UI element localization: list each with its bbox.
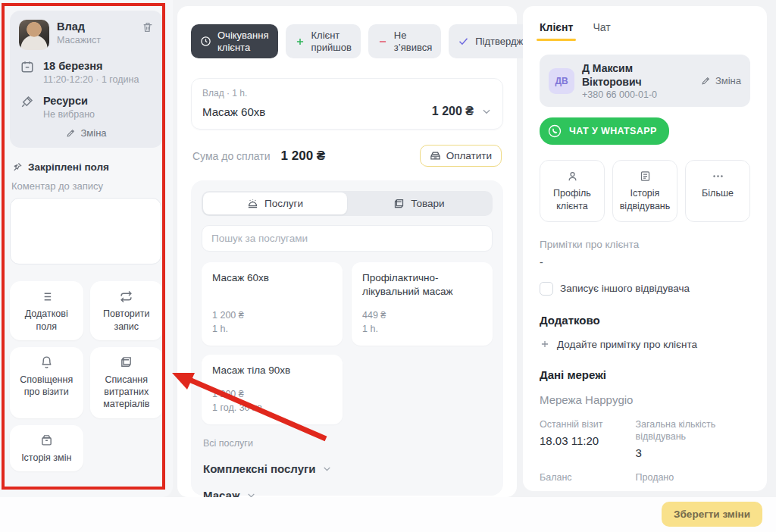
list-icon — [40, 289, 53, 303]
service-bell-icon — [247, 198, 258, 209]
tab-services[interactable]: Послуги — [203, 192, 347, 214]
pin-icon — [11, 161, 23, 173]
book-other-visitor-row[interactable]: Записує іншого відвідувача — [540, 282, 750, 296]
client-panel: Клієнт Чат ДВ Д Максим Вікторович +380 6… — [523, 6, 767, 491]
whatsapp-icon — [547, 124, 562, 139]
minus-icon — [377, 36, 388, 47]
service-price: 1 200 ₴ — [212, 387, 332, 401]
stat-total-visits: Загальна кількість відвідувань 3 — [636, 418, 750, 460]
client-phone: +380 66 000-01-0 — [582, 89, 693, 100]
service-search-input[interactable] — [202, 225, 493, 252]
status-row: Очікування клієнта Клієнт прийшов Не з’я… — [191, 24, 503, 58]
network-section-title: Дані мережі — [540, 368, 750, 381]
chevron-down-icon — [481, 106, 492, 117]
category-complex-services[interactable]: Комплексні послуги — [203, 462, 491, 475]
service-price: 449 ₴ — [362, 308, 482, 322]
selected-service-price: 1 200 ₴ — [432, 105, 474, 118]
check-icon — [458, 36, 469, 47]
service-card[interactable]: Масаж тіла 90хв 1 200 ₴ 1 год. 30 хв. — [202, 355, 343, 424]
edit-appointment-button[interactable]: Зміна — [19, 124, 154, 140]
service-duration: 1 h. — [362, 322, 482, 336]
sum-label: Сума до сплати — [192, 150, 271, 162]
plus-icon — [295, 36, 305, 47]
sum-value: 1 200 ₴ — [281, 149, 326, 164]
tab-goods[interactable]: Товари — [347, 192, 491, 214]
footer-bar: Зберегти зміни — [0, 497, 776, 532]
calendar-icon — [19, 59, 36, 74]
master-card: Влад Масажист 18 березня 11:20-12:20 · 1… — [10, 11, 163, 148]
appointment-date: 18 березня — [43, 59, 139, 73]
person-icon — [567, 170, 578, 182]
visit-history-button[interactable]: Історія відвідувань — [612, 160, 677, 222]
more-button[interactable]: Більше — [685, 160, 750, 222]
client-profile-button[interactable]: Профіль клієнта — [540, 160, 605, 222]
wallet-icon — [430, 150, 441, 161]
pencil-icon — [701, 76, 711, 86]
change-history-button[interactable]: Історія змін — [10, 425, 83, 471]
stat-balance: Баланс 0 — [540, 471, 628, 491]
change-client-button[interactable]: Зміна — [701, 75, 741, 86]
service-duration: 1 h. — [212, 322, 332, 336]
comment-label: Коментар до запису — [11, 180, 161, 192]
status-arrived-button[interactable]: Клієнт прийшов — [286, 24, 361, 58]
visit-notifications-button[interactable]: Сповіщення про візити — [10, 347, 83, 418]
cube-icon — [393, 198, 405, 209]
appointment-time: 11:20-12:20 · 1 година — [43, 74, 139, 85]
stat-sold: Продано 0 — [636, 471, 750, 491]
chevron-down-icon — [322, 464, 332, 474]
network-name: Мережа Happygio — [540, 393, 750, 406]
all-services-label: Всі послуги — [203, 438, 491, 449]
package-icon — [120, 355, 133, 369]
stat-last-visit: Останній візит 18.03 11:20 — [540, 418, 628, 460]
pay-button[interactable]: Оплатити — [420, 145, 502, 167]
checkbox[interactable] — [540, 282, 553, 296]
repeat-icon — [120, 289, 133, 303]
resources-label: Ресурси — [43, 94, 95, 108]
tab-client[interactable]: Клієнт — [540, 21, 573, 41]
pencil-icon — [66, 128, 76, 138]
ellipsis-icon — [712, 170, 724, 182]
master-avatar — [19, 20, 49, 50]
whatsapp-chat-button[interactable]: ЧАТ У WHATSAPP — [540, 117, 669, 145]
service-duration: 1 год. 30 хв. — [212, 401, 332, 415]
status-noshow-button[interactable]: Не з’явився — [368, 24, 441, 58]
booking-main-panel: Очікування клієнта Клієнт прийшов Не з’я… — [177, 6, 517, 497]
save-changes-button[interactable]: Зберегти зміни — [662, 502, 762, 527]
writeoff-materials-button[interactable]: Списання витратних матеріалів — [90, 347, 164, 418]
selected-service-master: Влад · 1 h. — [202, 88, 492, 99]
pinned-fields-header: Закріплені поля — [11, 161, 161, 173]
repeat-record-button[interactable]: Повторити запис — [90, 281, 164, 340]
catalog-tabs: Послуги Товари — [202, 191, 493, 216]
hammer-icon — [19, 94, 36, 108]
service-card[interactable]: Масаж 60хв 1 200 ₴ 1 h. — [202, 262, 343, 345]
plus-icon — [540, 339, 550, 349]
master-role: Масажист — [57, 35, 101, 45]
bell-icon — [40, 355, 53, 369]
tab-chat[interactable]: Чат — [593, 21, 610, 41]
status-waiting-button[interactable]: Очікування клієнта — [191, 24, 278, 58]
service-card[interactable]: Профілактично-лікувальний масаж 449 ₴ 1 … — [352, 262, 493, 345]
document-icon — [640, 170, 651, 182]
comment-textarea[interactable] — [10, 198, 161, 264]
client-avatar: ДВ — [549, 68, 574, 94]
trash-icon[interactable] — [142, 20, 154, 36]
selected-service-card[interactable]: Влад · 1 h. Масаж 60хв 1 200 ₴ — [191, 78, 503, 130]
additional-fields-button[interactable]: Додаткові поля — [10, 281, 83, 340]
client-notes-label: Примітки про клієнта — [540, 239, 750, 250]
master-name: Влад — [57, 20, 101, 33]
client-notes-value: - — [540, 256, 750, 268]
services-container: Послуги Товари Масаж 60хв 1 200 ₴ 1 h. П… — [191, 180, 503, 496]
client-chip: ДВ Д Максим Вікторович +380 66 000-01-0 … — [540, 55, 750, 107]
service-price: 1 200 ₴ — [212, 308, 332, 322]
archive-icon — [40, 433, 53, 447]
resources-value: Не вибрано — [43, 109, 95, 120]
clock-icon — [200, 36, 211, 47]
add-client-note-button[interactable]: Додайте примітку про клієнта — [540, 339, 750, 350]
appointment-sidebar: Влад Масажист 18 березня 11:20-12:20 · 1… — [0, 0, 173, 497]
client-name: Д Максим Вікторович — [582, 61, 693, 89]
extra-section-title: Додатково — [540, 314, 750, 327]
selected-service-name: Масаж 60хв — [202, 105, 265, 118]
